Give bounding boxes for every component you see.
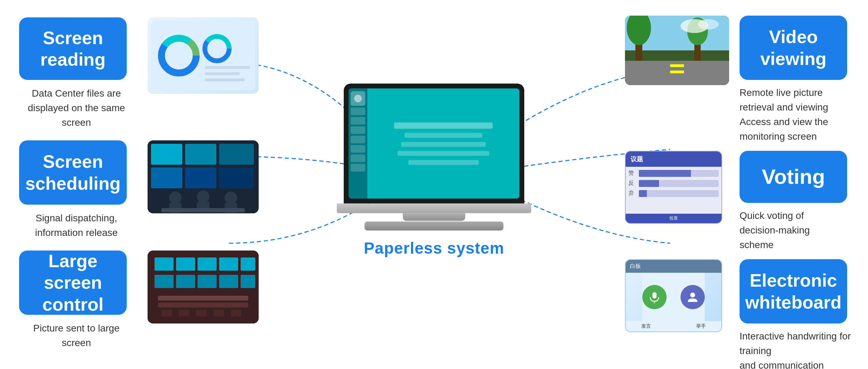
- svg-rect-30: [155, 275, 174, 288]
- voting-row-1: 赞: [628, 170, 719, 177]
- svg-rect-11: [151, 144, 182, 165]
- svg-rect-53: [652, 292, 657, 298]
- svg-rect-15: [185, 167, 216, 188]
- svg-rect-12: [185, 144, 216, 165]
- svg-rect-49: [670, 64, 684, 67]
- svg-point-55: [690, 293, 695, 297]
- voting-label-col: Voting Quick voting of decision-making s…: [740, 151, 858, 252]
- svg-rect-13: [219, 144, 254, 165]
- screen-scheduling-label-col: Screen scheduling Signal dispatching, in…: [19, 140, 134, 240]
- svg-point-19: [197, 190, 209, 203]
- screen-reading-group: Screen reading Data Center files are dis…: [19, 17, 304, 130]
- svg-point-21: [225, 191, 237, 204]
- svg-rect-32: [198, 275, 217, 288]
- main-container: Screen reading Data Center files are dis…: [0, 0, 868, 369]
- left-section: Screen reading Data Center files are dis…: [19, 17, 304, 361]
- screen-scheduling-desc: Signal dispatching, information release: [19, 211, 134, 240]
- screen-reading-image: [148, 17, 259, 94]
- large-screen-control-desc: Picture sent to large screen: [19, 321, 134, 350]
- screen-scheduling-image: [148, 140, 259, 213]
- svg-rect-38: [179, 310, 189, 317]
- large-screen-control-image: [148, 251, 259, 323]
- conference-image: [148, 251, 259, 323]
- electronic-whiteboard-desc: Interactive handwriting for training and…: [740, 329, 858, 369]
- voting-row-2: 反: [628, 180, 719, 187]
- svg-rect-39: [196, 310, 207, 317]
- svg-rect-37: [161, 310, 172, 317]
- charts-image: [148, 17, 259, 94]
- svg-rect-23: [161, 208, 245, 212]
- right-section: Video viewing Remote live picture retrie…: [538, 16, 858, 369]
- video-viewing-desc: Remote live picture retrieval and viewin…: [740, 85, 858, 144]
- voting-body: 赞 反 弃: [626, 167, 721, 214]
- large-screen-control-label-col: Large screen control Picture sent to lar…: [19, 251, 134, 350]
- electronic-whiteboard-label-col: Electronic whiteboard Interactive handwr…: [740, 259, 858, 369]
- video-viewing-image: [625, 16, 729, 85]
- svg-rect-29: [241, 257, 255, 271]
- screen-reading-box: Screen reading: [19, 17, 127, 80]
- video-viewing-group: Video viewing Remote live picture retrie…: [538, 16, 858, 144]
- svg-rect-41: [231, 310, 241, 317]
- svg-rect-27: [198, 257, 217, 271]
- svg-rect-40: [214, 310, 224, 317]
- screen-reading-label-col: Screen reading Data Center files are dis…: [19, 17, 134, 130]
- whiteboard-image: 白板: [625, 259, 729, 332]
- voting-box: Voting: [740, 151, 847, 203]
- voting-row-3: 弃: [628, 190, 719, 197]
- whiteboard-ui-image: 白板: [625, 259, 722, 332]
- video-viewing-box: Video viewing: [740, 16, 847, 80]
- voting-ui-image: 议题 赞 反 弃: [625, 151, 722, 224]
- large-screen-control-box: Large screen control: [19, 251, 127, 315]
- svg-rect-8: [205, 72, 240, 75]
- svg-rect-34: [241, 275, 255, 288]
- screen-reading-desc: Data Center files are displayed on the s…: [19, 86, 134, 130]
- screen-scheduling-group: Screen scheduling Signal dispatching, in…: [19, 140, 304, 240]
- outdoor-image: [625, 16, 729, 85]
- voting-desc: Quick voting of decision-making scheme: [740, 208, 810, 252]
- voting-image: 议题 赞 反 弃: [625, 151, 729, 224]
- voting-group: 议题 赞 反 弃: [538, 151, 858, 252]
- svg-rect-50: [670, 71, 684, 73]
- video-viewing-label-col: Video viewing Remote live picture retrie…: [740, 16, 858, 144]
- svg-rect-33: [219, 275, 238, 288]
- voting-footer: 投票: [626, 214, 721, 223]
- svg-rect-14: [151, 167, 182, 188]
- svg-point-17: [169, 191, 182, 204]
- svg-rect-28: [219, 257, 238, 271]
- center-label: Paperless system: [364, 239, 504, 257]
- svg-rect-26: [176, 257, 195, 271]
- center-laptop: Paperless system: [337, 83, 531, 257]
- screen-scheduling-box: Screen scheduling: [19, 140, 127, 205]
- svg-rect-31: [176, 275, 195, 288]
- electronic-whiteboard-group: 白板: [538, 259, 858, 369]
- electronic-whiteboard-box: Electronic whiteboard: [740, 259, 847, 323]
- large-screen-control-group: Large screen control Picture sent to lar…: [19, 251, 304, 350]
- svg-rect-7: [205, 66, 250, 69]
- svg-rect-36: [158, 303, 248, 308]
- svg-point-52: [698, 19, 719, 30]
- control-room-image: [148, 140, 259, 213]
- svg-rect-9: [205, 79, 245, 81]
- svg-rect-35: [158, 296, 248, 301]
- voting-header: 议题: [626, 151, 721, 167]
- svg-rect-25: [155, 257, 174, 271]
- svg-rect-16: [219, 167, 254, 188]
